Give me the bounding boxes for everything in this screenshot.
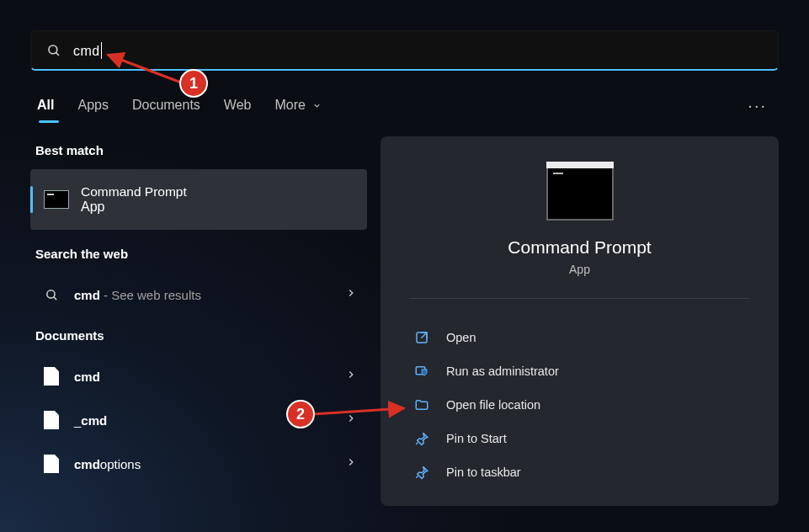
web-result-label: cmd - See web results — [74, 288, 332, 302]
document-result[interactable]: cmdoptions — [30, 442, 367, 486]
action-label: Pin to Start — [446, 432, 507, 445]
document-icon — [44, 367, 59, 386]
svg-line-7 — [416, 443, 418, 444]
document-result[interactable]: _cmd — [30, 398, 367, 442]
document-icon — [44, 455, 59, 473]
best-match-title: Command Prompt — [81, 184, 187, 200]
chevron-right-icon — [345, 287, 357, 299]
action-label: Open — [446, 331, 476, 344]
svg-line-8 — [416, 476, 418, 478]
command-prompt-icon — [44, 190, 69, 209]
tab-web[interactable]: Web — [224, 89, 252, 121]
svg-line-3 — [53, 296, 56, 299]
svg-line-1 — [56, 52, 59, 56]
folder-icon — [414, 397, 429, 412]
chevron-right-icon — [345, 456, 357, 468]
command-prompt-large-icon — [546, 167, 614, 221]
documents-header: Documents — [35, 328, 362, 343]
shield-admin-icon — [414, 364, 429, 379]
svg-point-2 — [46, 290, 54, 297]
svg-line-5 — [421, 332, 427, 338]
preview-pane: Command Prompt App Open Run as administr… — [381, 136, 779, 506]
best-match-result[interactable]: Command Prompt App — [30, 169, 367, 230]
results-column: Best match Command Prompt App Search the… — [30, 136, 367, 506]
action-pin-taskbar[interactable]: Pin to taskbar — [397, 455, 762, 489]
overflow-menu[interactable]: ··· — [742, 93, 772, 119]
action-open-location[interactable]: Open file location — [397, 388, 762, 422]
chevron-right-icon — [345, 412, 357, 424]
pin-icon — [414, 431, 429, 446]
search-query: cmd — [73, 42, 102, 59]
action-open[interactable]: Open — [397, 321, 762, 354]
document-result[interactable]: cmd — [30, 354, 367, 398]
chevron-down-icon — [312, 101, 322, 110]
tab-apps[interactable]: Apps — [77, 89, 108, 121]
chevron-right-icon — [345, 369, 357, 380]
pin-icon — [414, 465, 429, 480]
action-label: Pin to taskbar — [446, 466, 521, 479]
best-match-subtitle: App — [81, 200, 187, 215]
best-match-header: Best match — [35, 143, 362, 157]
action-label: Run as administrator — [446, 364, 559, 378]
action-pin-start[interactable]: Pin to Start — [397, 422, 762, 455]
filter-tabs: All Apps Documents Web More ··· — [30, 89, 779, 121]
preview-subtitle: App — [397, 263, 762, 276]
tab-all[interactable]: All — [37, 89, 54, 121]
tab-documents[interactable]: Documents — [132, 89, 200, 121]
web-result[interactable]: cmd - See web results — [30, 273, 367, 317]
search-web-header: Search the web — [35, 247, 362, 261]
document-label: cmdoptions — [74, 457, 332, 471]
svg-point-0 — [49, 45, 57, 54]
search-icon — [45, 288, 59, 302]
search-box[interactable]: cmd — [30, 30, 779, 71]
document-label: cmd — [74, 370, 332, 384]
search-icon — [46, 43, 61, 58]
action-run-administrator[interactable]: Run as administrator — [397, 354, 762, 388]
preview-title: Command Prompt — [397, 237, 762, 258]
open-icon — [414, 330, 429, 345]
action-label: Open file location — [446, 398, 540, 412]
tab-more[interactable]: More — [274, 89, 322, 121]
document-icon — [44, 411, 59, 429]
divider — [409, 298, 750, 299]
document-label: _cmd — [74, 413, 332, 428]
